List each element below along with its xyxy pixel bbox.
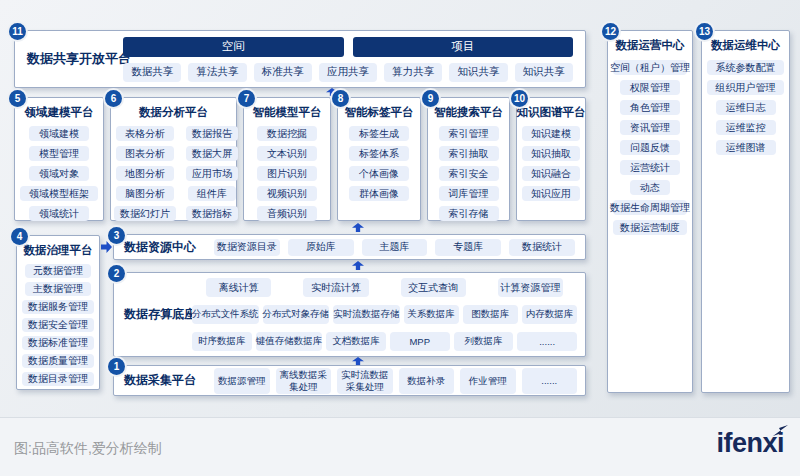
feature-pill: 角色管理 xyxy=(620,100,680,115)
feature-list: 空间（租户）管理 权限管理 角色管理 资讯管理 问题反馈 运营统计 动态 数据生… xyxy=(608,60,692,235)
feature-pill: 实时流计算 xyxy=(303,278,368,297)
feature-pill: 数据挖掘 xyxy=(257,126,317,141)
badge-8: 8 xyxy=(332,90,349,107)
feature-pill: 数据安全管理 xyxy=(22,318,94,332)
feature-pill: 运维日志 xyxy=(716,100,776,115)
feature-list: 系统参数配置 组织用户管理 运维日志 运维监控 运维图谱 xyxy=(702,60,789,155)
platform-box-data-resource-center: 3 数据资源中心 数据资源目录 原始库 主题库 专题库 数据统计 xyxy=(113,234,586,260)
flow-arrow-up-icon xyxy=(352,357,364,365)
badge-1: 1 xyxy=(108,358,125,375)
group-header-project: 项目 xyxy=(353,37,574,57)
group-header-space: 空间 xyxy=(123,37,344,57)
feature-pill: 问题反馈 xyxy=(620,140,680,155)
feature-pill: 数据统计 xyxy=(509,239,575,256)
feature-pill: 运维监控 xyxy=(716,120,776,135)
feature-pill: 知识融合 xyxy=(522,166,580,181)
badge-6: 6 xyxy=(105,90,122,107)
feature-pill: 运营统计 xyxy=(620,160,680,175)
feature-list: 数据挖掘 文本识别 图片识别 视频识别 音频识别 xyxy=(244,126,330,221)
badge-2: 2 xyxy=(108,265,125,282)
feature-pill: 文档数据库 xyxy=(326,332,386,351)
feature-pill: 实时流数据采集处理 xyxy=(337,368,393,394)
platform-box-data-maintenance-center: 13 数据运维中心 系统参数配置 组织用户管理 运维日志 运维监控 运维图谱 xyxy=(701,30,790,393)
feature-list: 元数据管理 主数据管理 数据服务管理 数据安全管理 数据标准管理 数据质量管理 … xyxy=(17,264,99,386)
feature-pill: 数据共享 xyxy=(123,63,181,82)
feature-pill: 知识共享 xyxy=(449,63,507,82)
feature-pill: ...... xyxy=(517,332,577,351)
feature-pill: 时序数据库 xyxy=(192,332,252,351)
feature-pill: 资讯管理 xyxy=(620,120,680,135)
feature-pill: 作业管理 xyxy=(460,368,516,394)
feature-pill: 实时流数据存储 xyxy=(333,305,400,324)
feature-pill: 领域统计 xyxy=(29,206,89,221)
feature-pill: 动态 xyxy=(630,180,670,195)
feature-pill: 标签体系 xyxy=(349,146,409,161)
platform-box-data-governance: 4 数据治理平台 元数据管理 主数据管理 数据服务管理 数据安全管理 数据标准管… xyxy=(16,235,100,390)
platform-box-data-collection: 1 数据采集平台 数据源管理 离线数据采集处理 实时流数据采集处理 数据补录 作… xyxy=(113,365,586,396)
feature-pill: 文本识别 xyxy=(257,146,317,161)
feature-pill: 数据源管理 xyxy=(214,368,270,394)
feature-pill: 数据服务管理 xyxy=(22,300,94,314)
platform-box-data-sharing: 11 数据共享开放平台 空间 项目 数据共享 算法共享 标准共享 应用共享 算力… xyxy=(14,30,586,88)
footer: 图:品高软件,爱分析绘制 ifenxi xyxy=(0,417,800,476)
platform-title: 智能标签平台 xyxy=(345,105,414,120)
feature-pill: 领域建模 xyxy=(29,126,89,141)
feature-pill: 数据运营制度 xyxy=(613,220,687,235)
feature-pill: 知识共享 xyxy=(515,63,573,82)
badge-12: 12 xyxy=(602,23,619,40)
feature-pill: 数据报告 xyxy=(186,126,238,141)
feature-pill: 表格分析 xyxy=(116,126,174,141)
feature-pill: 领域模型框架 xyxy=(20,186,98,201)
feature-pill: 关系数据库 xyxy=(404,305,459,324)
platform-box-knowledge-graph: 10 知识图谱平台 知识建模 知识抽取 知识融合 知识应用 xyxy=(516,97,586,221)
badge-13: 13 xyxy=(696,23,713,40)
platform-box-domain-modeling: 5 领域建模平台 领域建模 模型管理 领域对象 领域模型框架 领域统计 xyxy=(14,97,104,221)
feature-pill: 数据资源目录 xyxy=(214,239,280,256)
architecture-diagram: 11 数据共享开放平台 空间 项目 数据共享 算法共享 标准共享 应用共享 算力… xyxy=(0,0,800,417)
feature-pill: 知识应用 xyxy=(522,186,580,201)
feature-pill: 原始库 xyxy=(288,239,354,256)
platform-box-data-operation-center: 12 数据运营中心 空间（租户）管理 权限管理 角色管理 资讯管理 问题反馈 运… xyxy=(607,30,693,393)
feature-pill: 计算资源管理 xyxy=(498,278,563,297)
badge-11: 11 xyxy=(9,23,26,40)
platform-title: 数据分析平台 xyxy=(139,105,208,120)
feature-pill: 键值存储数据库 xyxy=(256,332,323,351)
feature-pill: 脑图分析 xyxy=(116,186,174,201)
feature-pill: 数据大屏 xyxy=(186,146,238,161)
platform-title: 智能搜索平台 xyxy=(434,105,503,120)
flow-arrow-up-icon xyxy=(352,223,364,232)
feature-pill: 模型管理 xyxy=(29,146,89,161)
feature-pill: 交互式查询 xyxy=(401,278,466,297)
sharing-content: 空间 项目 数据共享 算法共享 标准共享 应用共享 算力共享 知识共享 知识共享 xyxy=(123,37,573,82)
feature-pill: 主数据管理 xyxy=(25,282,91,296)
platform-box-intelligent-model: 7 智能模型平台 数据挖掘 文本识别 图片识别 视频识别 音频识别 xyxy=(243,97,331,221)
platform-title: 数据存算底座 xyxy=(114,306,192,323)
feature-pill: 权限管理 xyxy=(620,80,680,95)
feature-pill: 应用市场 xyxy=(186,166,238,181)
platform-title: 数据运营中心 xyxy=(616,38,685,53)
platform-box-intelligent-search: 9 智能搜索平台 索引管理 索引抽取 索引安全 词库管理 索引存储 xyxy=(427,97,510,221)
feature-pill: 索引存储 xyxy=(439,206,499,221)
feature-pill: 组织用户管理 xyxy=(707,80,784,95)
platform-title: 领域建模平台 xyxy=(25,105,94,120)
feature-pill: 列数据库 xyxy=(454,332,514,351)
feature-pill: 领域对象 xyxy=(29,166,89,181)
feature-pill: 组件库 xyxy=(188,186,236,201)
feature-pill: 标准共享 xyxy=(254,63,312,82)
feature-pill: 离线计算 xyxy=(206,278,271,297)
feature-list: 知识建模 知识抽取 知识融合 知识应用 xyxy=(517,126,585,201)
badge-9: 9 xyxy=(422,90,439,107)
feature-pill: 应用共享 xyxy=(319,63,377,82)
feature-pill: 内存数据库 xyxy=(522,305,577,324)
feature-pill: 索引安全 xyxy=(439,166,499,181)
platform-title: 数据采集平台 xyxy=(114,372,214,389)
feature-pill: 算法共享 xyxy=(188,63,246,82)
flow-arrow-up-icon xyxy=(352,261,364,270)
feature-pill: 分布式对象存储 xyxy=(263,305,330,324)
feature-list: 数据资源目录 原始库 主题库 专题库 数据统计 xyxy=(214,239,575,256)
platform-title: 知识图谱平台 xyxy=(517,105,586,120)
feature-pill: 视频识别 xyxy=(257,186,317,201)
feature-pill: 标签生成 xyxy=(349,126,409,141)
feature-pill: 数据补录 xyxy=(399,368,455,394)
feature-pill: 词库管理 xyxy=(439,186,499,201)
